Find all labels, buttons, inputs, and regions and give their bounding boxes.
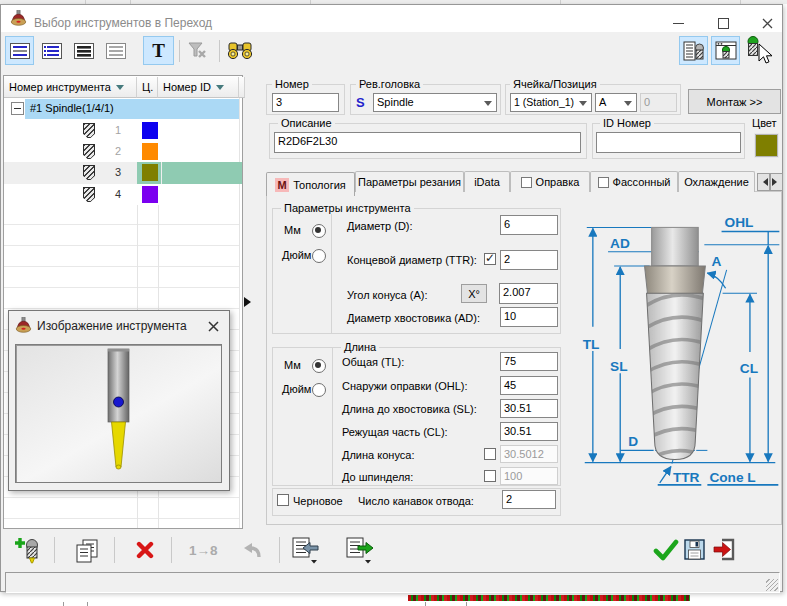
popup-close-button[interactable] [203,316,223,336]
window-tool-icon [715,40,737,62]
copy-tool-button[interactable] [74,538,100,564]
renumber-tools-button[interactable]: 1→8 [189,543,218,558]
clear-filter-button[interactable] [183,36,212,65]
tool-row-4[interactable]: 4 [4,184,239,205]
color-label: Цвет [752,117,777,129]
tool-row-3-selected[interactable]: 3 [4,162,239,184]
tool-color-swatch[interactable] [142,122,158,139]
cl-field[interactable]: 30.51 [500,422,558,441]
tab-cutting-parameters[interactable]: Параметры резания [355,171,464,192]
import-list-icon [291,536,319,564]
mm-radio-label: Мм [284,359,301,371]
view-details-button[interactable] [5,36,34,65]
cone-length-checkbox[interactable] [484,448,496,460]
ttr-checkbox[interactable] [484,253,496,265]
tool-table-view-button[interactable] [679,36,708,65]
add-tool-button[interactable] [14,536,42,564]
splitter-expand-arrow[interactable] [244,297,256,307]
sort-desc-icon [116,85,124,94]
export-tools-button[interactable] [345,536,373,564]
to-spindle-checkbox[interactable] [484,470,496,482]
roughing-checkbox[interactable] [277,494,289,506]
column-header-tool-number[interactable]: Номер инструмента [4,77,137,98]
report-view-icon [74,43,94,59]
station-dropdown[interactable]: 1 (Station_1) [510,93,592,112]
import-tools-button[interactable] [291,536,319,564]
inch-radio[interactable] [312,249,326,263]
total-length-field[interactable]: 75 [500,352,558,371]
popup-title: Изображение инструмента [37,319,187,333]
spindle-prefix: S [356,95,365,110]
view-report-button[interactable] [69,36,98,65]
tab-idata[interactable]: iData [464,171,510,192]
mm-radio[interactable] [312,224,326,238]
mount-button[interactable]: Монтаж >> [688,89,781,114]
toolpath-noise-band [408,595,690,601]
search-button[interactable] [224,36,256,65]
tool-color-picker[interactable] [755,134,778,157]
view-list-button[interactable] [37,36,66,65]
exit-button[interactable] [712,538,735,561]
flutes-field[interactable]: 2 [502,490,556,509]
minus-icon [14,108,21,109]
table-tool-icon [683,40,705,62]
inch-radio-length[interactable] [312,383,326,397]
position-dropdown[interactable]: A [595,93,637,112]
column-header-id[interactable]: Номер ID [158,77,239,98]
revhead-dropdown[interactable]: Spindle [373,93,497,112]
ok-button[interactable] [653,538,679,562]
mm-radio-length[interactable] [312,359,326,373]
tool-color-swatch[interactable] [142,164,158,181]
title-bar[interactable]: Выбор инструментов в Переход [1,5,782,32]
sl-field[interactable]: 30.51 [500,399,558,418]
to-spindle-label: До шпинделя: [342,471,413,483]
angle-mode-button[interactable]: X° [461,284,487,303]
diameter-field[interactable]: 6 [500,215,558,235]
tool-row-2[interactable]: 2 [4,141,239,162]
column-header-color[interactable]: Ц. [137,77,158,98]
save-floppy-icon [684,539,705,560]
resize-grip[interactable] [766,579,778,591]
description-field[interactable]: R2D6F2L30 [274,132,581,153]
renumber-label: 1→8 [189,543,218,558]
mill-tool-icon [83,123,95,138]
shaped-checkbox[interactable] [598,177,609,188]
view-compact-button[interactable] [101,36,130,65]
tab-coolant[interactable]: Охлаждение [678,171,755,192]
save-button[interactable] [684,539,705,560]
tool-window-view-button[interactable] [711,36,740,65]
holder-checkbox[interactable] [521,177,532,188]
inch-radio-label: Дюйм [282,249,311,261]
svg-text:CL: CL [740,361,758,376]
undo-button[interactable] [242,541,262,561]
svg-text:AD: AD [610,236,630,251]
export-list-icon [345,536,373,564]
add-tool-icon [14,536,42,564]
tab-holder[interactable]: Оправка [510,171,590,192]
tool-group-row[interactable]: #1 Spindle(1/4/1) [4,98,239,120]
ohl-field[interactable]: 45 [500,376,558,395]
status-bar [5,572,780,593]
tab-shaped[interactable]: Фассонный [590,171,678,192]
delete-tool-button[interactable] [136,541,154,559]
delete-x-icon [136,541,154,559]
compact-view-icon [106,43,126,59]
tool-number-field[interactable]: 3 [272,93,339,112]
tab-scroll-left-button[interactable] [757,173,770,191]
sl-label: Длина до хвостовика (SL): [342,403,477,415]
taper-angle-field[interactable]: 2.007 [499,283,558,304]
ttr-field[interactable]: 2 [500,250,558,270]
tab-scroll-right-button[interactable] [770,173,783,191]
tab-topology[interactable]: M Топология [266,172,355,196]
expand-collapse-box[interactable] [11,102,24,115]
text-mode-button[interactable]: T [143,36,174,65]
tool-row-1[interactable]: 1 [4,120,239,141]
tool-selection-dialog: Выбор инструментов в Переход T [0,4,783,592]
svg-text:A: A [711,254,721,269]
shank-diameter-field[interactable]: 10 [500,307,558,327]
id-number-field[interactable] [596,132,741,153]
tool-color-swatch[interactable] [142,143,158,160]
revhead-group-label: Рев.головка [356,78,423,90]
binoculars-icon [227,41,253,60]
tool-color-swatch[interactable] [142,186,158,203]
